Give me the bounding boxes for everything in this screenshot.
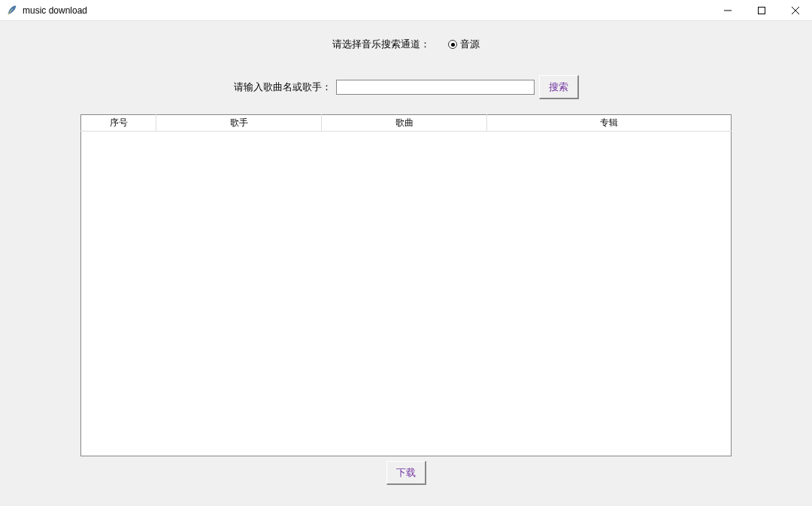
- window-controls: [710, 0, 812, 20]
- maximize-button[interactable]: [744, 0, 778, 20]
- search-row: 请输入歌曲名或歌手： 搜索: [0, 75, 812, 99]
- col-header-artist[interactable]: 歌手: [156, 115, 322, 132]
- radio-dot-icon: [451, 43, 455, 47]
- search-input[interactable]: [336, 80, 535, 95]
- svg-rect-1: [758, 7, 765, 14]
- channel-radio-label: 音源: [460, 38, 480, 51]
- download-button[interactable]: 下载: [386, 461, 426, 485]
- search-label: 请输入歌曲名或歌手：: [234, 80, 332, 94]
- table-header-row: 序号 歌手 歌曲 专辑: [81, 115, 732, 132]
- results-table[interactable]: 序号 歌手 歌曲 专辑: [80, 114, 732, 456]
- results-table-wrap: 序号 歌手 歌曲 专辑: [80, 114, 732, 456]
- channel-row: 请选择音乐搜索通道： 音源: [0, 38, 812, 51]
- app-feather-icon: [6, 5, 18, 17]
- col-header-song[interactable]: 歌曲: [322, 115, 487, 132]
- close-button[interactable]: [778, 0, 812, 20]
- download-row: 下载: [0, 461, 812, 485]
- channel-radio-source[interactable]: 音源: [448, 38, 480, 51]
- minimize-button[interactable]: [710, 0, 744, 20]
- col-header-album[interactable]: 专辑: [487, 115, 732, 132]
- table-body-empty: [81, 132, 732, 456]
- window-title: music download: [23, 5, 87, 16]
- content-area: 请选择音乐搜索通道： 音源 请输入歌曲名或歌手： 搜索 序号 歌手 歌曲 专辑: [0, 21, 812, 485]
- titlebar: music download: [0, 0, 812, 21]
- search-button[interactable]: 搜索: [539, 75, 579, 99]
- col-header-index[interactable]: 序号: [81, 115, 156, 132]
- titlebar-left: music download: [0, 5, 87, 17]
- radio-icon: [448, 40, 457, 49]
- channel-label: 请选择音乐搜索通道：: [332, 38, 430, 51]
